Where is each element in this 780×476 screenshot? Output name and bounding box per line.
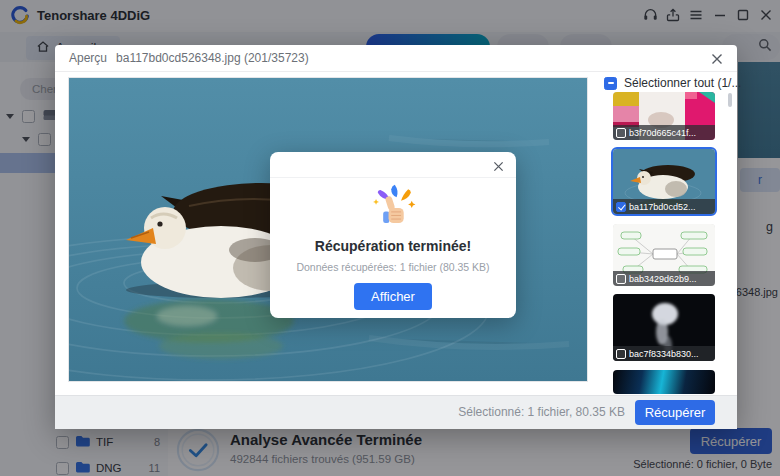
success-dialog-header (270, 152, 516, 178)
show-button[interactable]: Afficher (354, 283, 432, 310)
thumbnail-4-label-bar: bac7f8334b830... (613, 346, 715, 361)
thumbnail-4-filename: bac7f8334b830... (629, 349, 699, 359)
select-all-checkbox[interactable] (604, 77, 617, 90)
thumbnail-1-label-bar: b3f70d665c41f... (613, 125, 715, 140)
thumbnail-1-checkbox[interactable] (616, 128, 626, 138)
sidebar-scrollbar-thumb[interactable] (728, 93, 732, 107)
thumbnail-3[interactable]: bab3429d62b9... (613, 224, 715, 286)
celebration-thumbs-up-icon (368, 183, 418, 235)
selection-summary: Sélectionné: 1 fichier, 80.35 KB (458, 405, 625, 419)
thumbnail-5[interactable] (613, 370, 715, 394)
thumbnail-2-selected[interactable]: ba117bd0cd52... (611, 147, 717, 216)
select-all-label: Sélectionner tout (1/... (624, 76, 741, 90)
thumbnail-2-filename: ba117bd0cd52... (629, 202, 695, 212)
thumbnail-3-label-bar: bab3429d62b9... (613, 271, 715, 286)
preview-label: Aperçu (69, 51, 107, 65)
preview-modal-header: Aperçu ba117bd0cd526348.jpg (201/35723) (55, 45, 737, 72)
preview-filename: ba117bd0cd526348.jpg (201/35723) (116, 51, 309, 65)
success-title: Récupération terminée! (270, 238, 516, 254)
thumbnail-4[interactable]: bac7f8334b830... (613, 294, 715, 361)
thumbnail-2-label-bar: ba117bd0cd52... (613, 199, 715, 214)
thumbnail-2-checkbox-checked[interactable] (616, 202, 626, 212)
thumbnail-1-filename: b3f70d665c41f... (629, 128, 696, 138)
thumbnail-3-checkbox[interactable] (616, 274, 626, 284)
preview-modal-footer: Sélectionné: 1 fichier, 80.35 KB Récupér… (55, 395, 737, 429)
preview-close-icon[interactable] (707, 49, 727, 69)
thumbnail-4-checkbox[interactable] (616, 349, 626, 359)
select-all-row[interactable]: Sélectionner tout (1/... (604, 76, 741, 90)
thumbnail-3-filename: bab3429d62b9... (629, 274, 697, 284)
app-window: Tenorshare 4DDiG (0, 0, 780, 476)
success-dialog: Récupération terminée! Données récupérée… (270, 152, 516, 318)
recover-button[interactable]: Récupérer (635, 400, 715, 425)
success-subtitle: Données récupérées: 1 fichier (80.35 KB) (270, 261, 516, 273)
thumbnail-1[interactable]: b3f70d665c41f... (613, 92, 715, 140)
success-dialog-close-icon[interactable] (488, 156, 508, 176)
